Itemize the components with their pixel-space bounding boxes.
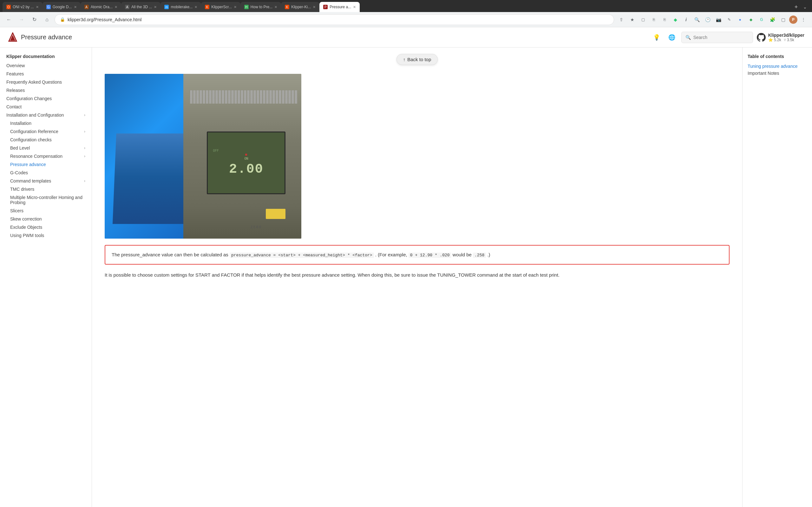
sidebar-item-10[interactable]: Bed Level ›: [0, 144, 92, 152]
back-to-top-button[interactable]: ↑ Back to top: [397, 54, 438, 65]
sidebar-item-1[interactable]: Features: [0, 70, 92, 78]
tab-favicon: H: [244, 5, 249, 9]
edit-icon[interactable]: ✎: [724, 15, 734, 24]
sidebar-item-8[interactable]: Configuration Reference ›: [0, 127, 92, 135]
formula-text-middle: . (For example,: [375, 252, 407, 257]
browser-tab-tab4[interactable]: A All the 3D ... ✕: [121, 2, 160, 12]
back-to-top-label: Back to top: [407, 57, 431, 62]
browser-tab-tab5[interactable]: m mobilerake... ✕: [160, 2, 201, 12]
sidebar-item-20[interactable]: Using PWM tools: [0, 231, 92, 239]
back-button[interactable]: ←: [4, 14, 14, 25]
site-logo[interactable]: Pressure advance: [8, 32, 72, 43]
tab-close-icon[interactable]: ✕: [36, 5, 39, 9]
sidebar-item-6[interactable]: Installation and Configuration ›: [0, 111, 92, 119]
sidebar-item-5[interactable]: Contact: [0, 103, 92, 111]
search-box[interactable]: 🔍: [681, 32, 753, 43]
sidebar-item-label-6: Installation and Configuration: [6, 112, 64, 118]
sidebar-item-label-1: Features: [6, 71, 24, 76]
github-icon: [757, 33, 766, 42]
zoom-icon[interactable]: 🔍: [692, 15, 702, 24]
github-link[interactable]: Klipper3d/klipper ⭐ 5.2k ⑂ 3.5k: [757, 33, 804, 42]
bookmark-icon[interactable]: ★: [627, 15, 637, 24]
language-button[interactable]: 🌐: [666, 32, 677, 43]
browser-tab-tab6[interactable]: K KlipperScr... ✕: [201, 2, 241, 12]
google-meet-icon[interactable]: ◆: [746, 15, 756, 24]
browser-toolbar: ← → ↻ ⌂ 🔒 klipper3d.org/Pressure_Advance…: [0, 12, 812, 27]
sidebar-section-title: Klipper documentation: [0, 53, 92, 61]
toc-item-0[interactable]: Tuning pressure advance: [748, 63, 807, 70]
history-icon[interactable]: 🕐: [703, 15, 712, 24]
browser-tab-tab1[interactable]: O ONI v2 by ... ✕: [3, 2, 43, 12]
sidebar-item-16[interactable]: Multiple Micro-controller Homing and Pro…: [0, 193, 92, 207]
theme-toggle-button[interactable]: 💡: [651, 32, 662, 43]
tab-favicon: A: [84, 5, 89, 9]
reload-button[interactable]: ↻: [29, 14, 39, 25]
address-bar[interactable]: 🔒 klipper3d.org/Pressure_Advance.html: [55, 14, 614, 25]
docs-icon[interactable]: ⎘: [649, 15, 658, 24]
sidebar-item-12[interactable]: Pressure advance: [0, 160, 92, 169]
home-button[interactable]: ⌂: [42, 14, 52, 25]
sidebar-item-11[interactable]: Resonance Compensation ›: [0, 152, 92, 160]
sidebar-item-13[interactable]: G-Codes: [0, 169, 92, 177]
sidebar-item-4[interactable]: Configuration Changes: [0, 95, 92, 103]
tab-close-icon[interactable]: ✕: [234, 5, 237, 9]
toc-title: Table of contents: [748, 54, 807, 59]
sidebar-item-label-9: Configuration checks: [10, 137, 52, 142]
puzzle-icon[interactable]: 🧩: [768, 15, 777, 24]
forward-button[interactable]: →: [16, 14, 27, 25]
sheets-icon[interactable]: ⎘: [660, 15, 669, 24]
grammarly-icon[interactable]: G: [757, 15, 766, 24]
share-icon[interactable]: ⇧: [617, 15, 626, 24]
result-code: .258: [473, 252, 486, 258]
tab-label: Google D...: [53, 5, 72, 9]
tab-close-icon[interactable]: ✕: [114, 5, 117, 9]
browser-tab-tab9[interactable]: P Pressure a... ✕: [319, 2, 360, 12]
sidebar-item-14[interactable]: Command templates ›: [0, 177, 92, 185]
sidebar-item-19[interactable]: Exclude Objects: [0, 223, 92, 231]
sidebar-item-18[interactable]: Skew correction: [0, 215, 92, 223]
tab-favicon: P: [323, 5, 328, 9]
feedly-icon[interactable]: ◆: [670, 15, 680, 24]
tab-label: Pressure a...: [329, 5, 351, 9]
sidebar-item-label-0: Overview: [6, 63, 25, 68]
profile-avatar[interactable]: P: [789, 15, 798, 24]
lock-icon: 🔒: [60, 17, 65, 22]
sidebar-item-label-14: Command templates: [10, 178, 51, 183]
github-repo-name: Klipper3d/klipper: [768, 33, 804, 38]
tab-label: All the 3D ...: [131, 5, 152, 9]
sidebar-item-3[interactable]: Releases: [0, 86, 92, 95]
extensions-icon[interactable]: ▢: [638, 15, 648, 24]
search-input[interactable]: [693, 35, 749, 40]
tab-close-icon[interactable]: ✕: [74, 5, 77, 9]
browser-tab-tab3[interactable]: A Atomic Dra... ✕: [81, 2, 121, 12]
sidebar-item-17[interactable]: Slicers: [0, 207, 92, 215]
chrome-icon[interactable]: ●: [735, 15, 745, 24]
new-tab-button[interactable]: +: [792, 3, 801, 11]
sidebar-item-0[interactable]: Overview: [0, 61, 92, 70]
browser-tab-tab7[interactable]: H How to Pre... ✕: [241, 2, 281, 12]
tab-close-icon[interactable]: ✕: [194, 5, 197, 9]
toc-item-1[interactable]: Important Notes: [748, 70, 807, 77]
tab-label: Klipper-Ki...: [291, 5, 311, 9]
tab-close-icon[interactable]: ✕: [353, 5, 356, 9]
tab-close-icon[interactable]: ✕: [274, 5, 277, 9]
sidebar-item-2[interactable]: Frequently Asked Questions: [0, 78, 92, 86]
sidebar-chevron-icon-14: ›: [84, 179, 85, 183]
formula-code: pressure_advance = <start> + <measured_h…: [230, 252, 374, 258]
sidebar-item-15[interactable]: TMC drivers: [0, 185, 92, 193]
window-icon[interactable]: ▢: [778, 15, 788, 24]
info-icon[interactable]: i: [681, 15, 691, 24]
tab-favicon: K: [205, 5, 209, 9]
screenshot-icon[interactable]: 📷: [714, 15, 723, 24]
sidebar-item-9[interactable]: Configuration checks: [0, 135, 92, 144]
sidebar-item-7[interactable]: Installation: [0, 119, 92, 127]
sidebar-chevron-icon-11: ›: [84, 154, 85, 158]
search-icon: 🔍: [686, 35, 691, 40]
top-nav: Pressure advance 💡 🌐 🔍 Klipper3d/klipper…: [0, 27, 812, 48]
tab-overflow-button[interactable]: ⌄: [801, 3, 809, 11]
tab-close-icon[interactable]: ✕: [154, 5, 157, 9]
browser-tab-tab2[interactable]: G Google D... ✕: [43, 2, 81, 12]
tab-close-icon[interactable]: ✕: [313, 5, 316, 9]
menu-icon[interactable]: ⋮: [799, 15, 808, 24]
browser-tab-tab8[interactable]: K Klipper-Ki... ✕: [281, 2, 319, 12]
